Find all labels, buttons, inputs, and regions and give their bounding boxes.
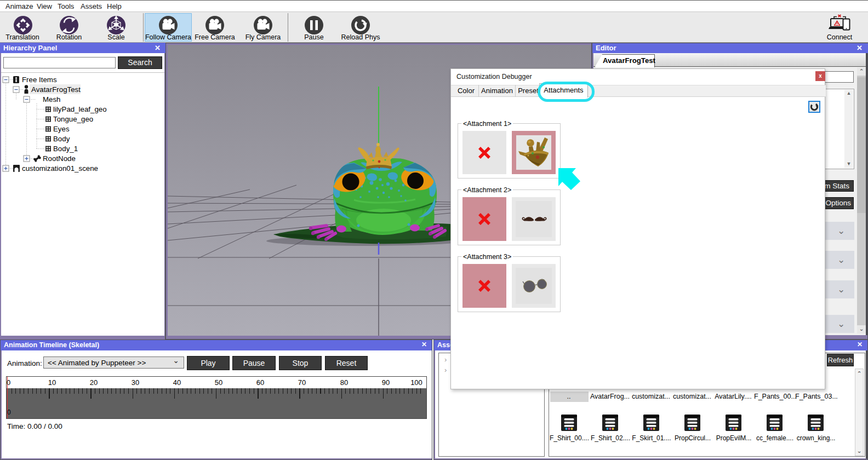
svg-text:Reload Phys: Reload Phys — [341, 33, 380, 41]
svg-text:RootNode: RootNode — [43, 154, 76, 163]
svg-text:Eyes: Eyes — [53, 125, 70, 133]
svg-text:Scale: Scale — [107, 33, 124, 41]
svg-text:AvatarFrogTest: AvatarFrogTest — [31, 85, 81, 94]
svg-text:Mesh: Mesh — [43, 95, 61, 104]
svg-text:Body: Body — [53, 135, 70, 143]
svg-text:customization01_scene: customization01_scene — [22, 164, 98, 173]
svg-text:lilyPad_leaf_geo: lilyPad_leaf_geo — [53, 105, 107, 113]
svg-text:Rotation: Rotation — [56, 33, 82, 41]
svg-text:Free Camera: Free Camera — [195, 33, 235, 41]
svg-text:Fly Camera: Fly Camera — [245, 33, 281, 41]
svg-text:Pause: Pause — [304, 33, 323, 41]
svg-text:Tongue_geo: Tongue_geo — [53, 115, 93, 123]
svg-text:Follow Camera: Follow Camera — [145, 33, 191, 41]
svg-text:Connect: Connect — [827, 33, 853, 41]
svg-text:Body_1: Body_1 — [53, 145, 78, 153]
svg-text:Translation: Translation — [5, 33, 39, 41]
svg-text:Free Items: Free Items — [22, 76, 57, 84]
